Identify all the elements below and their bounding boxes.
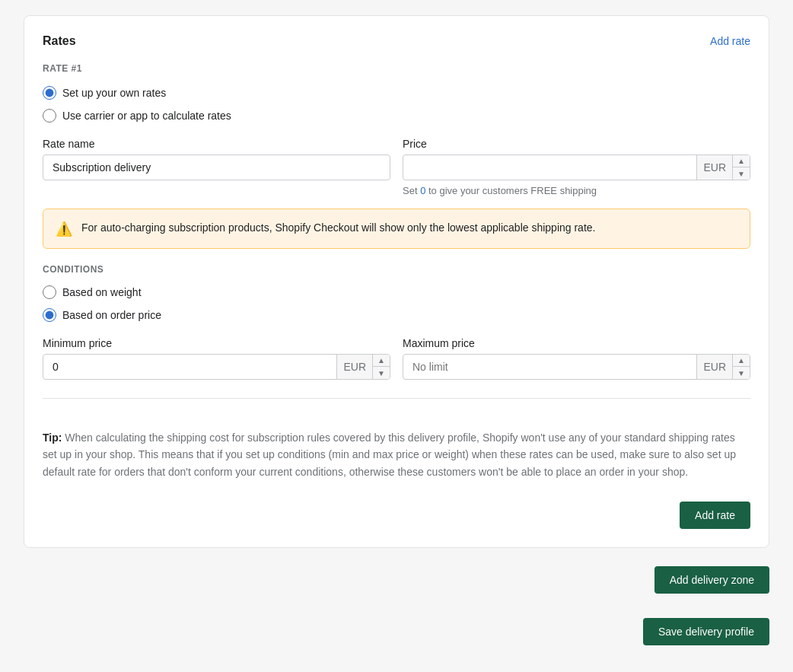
- alert-text: For auto-charging subscription products,…: [81, 220, 595, 236]
- based-on-order-price-option[interactable]: Based on order price: [43, 308, 750, 322]
- rate-name-label: Rate name: [43, 138, 390, 150]
- bottom-actions: Add delivery zone: [24, 560, 769, 600]
- card-title: Rates: [43, 34, 76, 48]
- own-rates-radio[interactable]: [43, 86, 56, 100]
- min-price-spinner: ▲ ▼: [372, 355, 390, 379]
- card-footer: Add rate: [43, 502, 750, 529]
- max-price-input[interactable]: [403, 355, 696, 379]
- based-on-weight-option[interactable]: Based on weight: [43, 285, 750, 299]
- page-wrapper: Rates Add rate RATE #1 Set up your own r…: [24, 15, 769, 651]
- add-delivery-zone-button[interactable]: Add delivery zone: [654, 566, 769, 594]
- price-input[interactable]: [403, 155, 696, 180]
- price-decrement[interactable]: ▼: [733, 167, 750, 180]
- max-price-spinner: ▲ ▼: [732, 355, 750, 379]
- add-rate-button[interactable]: Add rate: [680, 502, 750, 529]
- price-range-form-row: Minimum price EUR ▲ ▼ Maximum price EUR: [43, 337, 750, 380]
- tip-body: When calculating the shipping cost for s…: [43, 432, 736, 478]
- price-group: Price EUR ▲ ▼ Set 0 to give your custome…: [403, 138, 750, 196]
- carrier-rates-radio[interactable]: [43, 109, 56, 123]
- min-price-input-wrapper: EUR ▲ ▼: [43, 354, 390, 380]
- rate-name-input[interactable]: [43, 155, 390, 180]
- carrier-rates-label: Use carrier or app to calculate rates: [62, 110, 231, 122]
- based-on-order-price-label: Based on order price: [62, 309, 161, 321]
- max-price-increment[interactable]: ▲: [733, 355, 750, 367]
- rate-name-group: Rate name: [43, 138, 390, 196]
- price-label: Price: [403, 138, 750, 150]
- free-shipping-link[interactable]: 0: [420, 185, 425, 196]
- conditions-radio-group: Based on weight Based on order price: [43, 285, 750, 322]
- tip-strong: Tip:: [43, 432, 62, 444]
- max-price-input-wrapper: EUR ▲ ▼: [403, 354, 750, 380]
- save-actions: Save delivery profile: [24, 612, 769, 651]
- max-price-label: Maximum price: [403, 337, 750, 349]
- conditions-label: CONDITIONS: [43, 264, 750, 275]
- rate-number-label: RATE #1: [43, 63, 750, 74]
- max-price-currency: EUR: [696, 355, 732, 379]
- price-currency: EUR: [696, 155, 732, 180]
- based-on-order-price-radio[interactable]: [43, 308, 56, 322]
- carrier-rates-option[interactable]: Use carrier or app to calculate rates: [43, 109, 750, 123]
- card-header: Rates Add rate: [43, 34, 750, 48]
- min-price-decrement[interactable]: ▼: [373, 367, 390, 379]
- min-price-increment[interactable]: ▲: [373, 355, 390, 367]
- tip-box: Tip: When calculating the shipping cost …: [43, 417, 750, 486]
- own-rates-label: Set up your own rates: [62, 87, 166, 99]
- warning-icon: ⚠️: [56, 221, 72, 237]
- alert-box: ⚠️ For auto-charging subscription produc…: [43, 209, 750, 249]
- card-divider: [43, 398, 750, 399]
- own-rates-option[interactable]: Set up your own rates: [43, 86, 750, 100]
- rate-type-radio-group: Set up your own rates Use carrier or app…: [43, 86, 750, 123]
- min-price-input[interactable]: [43, 355, 336, 379]
- based-on-weight-radio[interactable]: [43, 285, 56, 299]
- price-spinner: ▲ ▼: [732, 155, 750, 180]
- min-price-currency: EUR: [336, 355, 372, 379]
- add-rate-link[interactable]: Add rate: [710, 35, 750, 47]
- min-price-group: Minimum price EUR ▲ ▼: [43, 337, 390, 380]
- max-price-group: Maximum price EUR ▲ ▼: [403, 337, 750, 380]
- tip-text: Tip: When calculating the shipping cost …: [43, 429, 750, 480]
- rate-form-row: Rate name Price EUR ▲ ▼ Set 0 to give yo…: [43, 138, 750, 196]
- max-price-decrement[interactable]: ▼: [733, 367, 750, 379]
- based-on-weight-label: Based on weight: [62, 286, 142, 298]
- free-shipping-hint: Set 0 to give your customers FREE shippi…: [403, 185, 750, 196]
- price-input-wrapper: EUR ▲ ▼: [403, 154, 750, 180]
- save-delivery-profile-button[interactable]: Save delivery profile: [643, 618, 769, 645]
- rate-name-input-wrapper: [43, 154, 390, 180]
- min-price-label: Minimum price: [43, 337, 390, 349]
- price-increment[interactable]: ▲: [733, 155, 750, 167]
- rates-card: Rates Add rate RATE #1 Set up your own r…: [24, 15, 769, 548]
